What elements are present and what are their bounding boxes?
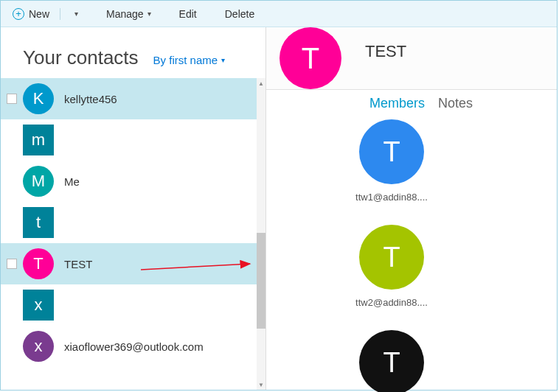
member-card[interactable]: Tttw3@addin88.... <box>347 330 436 392</box>
avatar: x <box>23 290 54 321</box>
new-button[interactable]: + New <box>7 4 55 24</box>
member-label: ttw2@addin88.... <box>355 297 428 308</box>
detail-header: T TEST <box>266 27 557 90</box>
chevron-down-icon: ▾ <box>74 10 78 18</box>
member-card[interactable]: Tttw2@addin88.... <box>347 225 436 308</box>
edit-button[interactable]: Edit <box>173 4 203 24</box>
contact-list-title: Your contacts <box>23 46 139 69</box>
avatar: x <box>23 331 54 362</box>
contact-row[interactable]: MMe <box>1 161 257 202</box>
edit-label: Edit <box>179 8 197 20</box>
checkbox[interactable] <box>7 259 17 269</box>
chevron-down-icon: ▾ <box>221 56 225 64</box>
sort-button[interactable]: By first name ▾ <box>153 54 226 66</box>
member-card[interactable]: Tttw1@addin88.... <box>347 119 436 203</box>
scroll-up-icon[interactable]: ▲ <box>257 78 265 88</box>
avatar: T <box>359 225 424 290</box>
tab-notes[interactable]: Notes <box>438 96 473 111</box>
contact-row[interactable]: m <box>1 119 257 161</box>
scroll-thumb[interactable] <box>257 233 265 329</box>
delete-label: Delete <box>225 8 254 20</box>
plus-icon: + <box>13 8 24 20</box>
contact-list-pane: Your contacts By first name ▾ Kkellytte4… <box>1 27 266 390</box>
contact-row[interactable]: x <box>1 284 257 326</box>
contact-label: xiaoflower369@outlook.com <box>64 340 204 353</box>
contact-row[interactable]: Kkellytte456 <box>1 78 257 119</box>
delete-button[interactable]: Delete <box>219 4 260 24</box>
tab-members[interactable]: Members <box>369 96 425 111</box>
sort-label: By first name <box>153 54 218 66</box>
manage-label: Manage <box>106 8 144 20</box>
scrollbar[interactable]: ▲ ▼ <box>257 78 265 390</box>
avatar: T <box>23 248 54 279</box>
avatar: m <box>23 125 54 155</box>
checkbox[interactable] <box>7 94 17 104</box>
detail-avatar: T <box>280 27 341 89</box>
avatar: t <box>23 207 54 238</box>
avatar: T <box>359 330 424 392</box>
detail-title: TEST <box>365 42 406 61</box>
new-dropdown-button[interactable]: ▾ <box>65 4 84 24</box>
contact-label: Me <box>64 175 80 188</box>
detail-pane: T TEST Members Notes Tttw1@addin88....Tt… <box>266 27 557 390</box>
avatar: K <box>23 83 54 114</box>
contact-row[interactable]: t <box>1 202 257 243</box>
manage-button[interactable]: Manage ▾ <box>100 4 157 24</box>
avatar: M <box>23 166 54 197</box>
contact-label: TEST <box>64 258 92 270</box>
contact-row[interactable]: xxiaoflower369@outlook.com <box>1 326 257 367</box>
contact-label: kellytte456 <box>64 93 117 105</box>
member-label: ttw1@addin88.... <box>355 192 428 203</box>
contact-row[interactable]: TTEST <box>1 243 257 284</box>
members-grid: Tttw1@addin88....Tttw2@addin88....Tttw3@… <box>266 90 487 392</box>
toolbar: + New ▾ Manage ▾ Edit Delete <box>1 1 557 27</box>
new-label: New <box>29 8 49 20</box>
chevron-down-icon: ▾ <box>147 10 151 18</box>
scroll-down-icon[interactable]: ▼ <box>257 379 265 390</box>
avatar: T <box>359 119 424 184</box>
detail-tabs: Members Notes <box>266 91 557 116</box>
separator <box>60 8 60 20</box>
